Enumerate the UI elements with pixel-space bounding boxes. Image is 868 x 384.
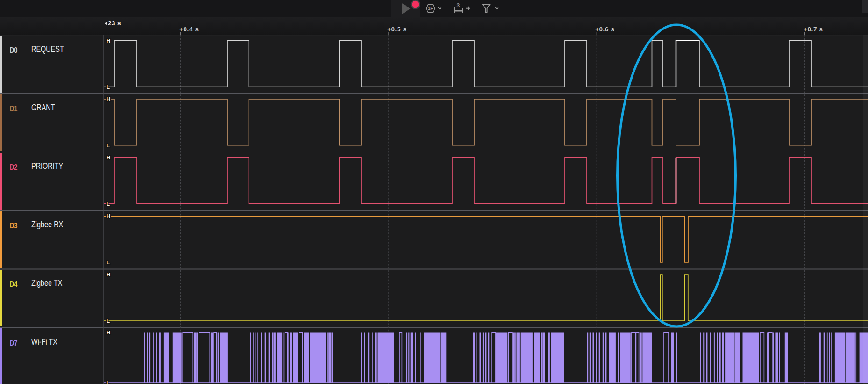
svg-text:L: L (107, 143, 110, 148)
svg-text:H: H (107, 330, 110, 335)
svg-text:H: H (107, 96, 110, 102)
svg-text:L: L (107, 201, 110, 207)
svg-text:L: L (107, 318, 110, 324)
svg-text:L: L (107, 260, 110, 265)
svg-text:L: L (107, 380, 110, 384)
svg-text:H: H (107, 213, 110, 219)
svg-text:H: H (107, 38, 110, 43)
svg-text:L: L (107, 84, 110, 90)
svg-text:H: H (107, 155, 110, 160)
svg-text:H: H (107, 272, 110, 277)
